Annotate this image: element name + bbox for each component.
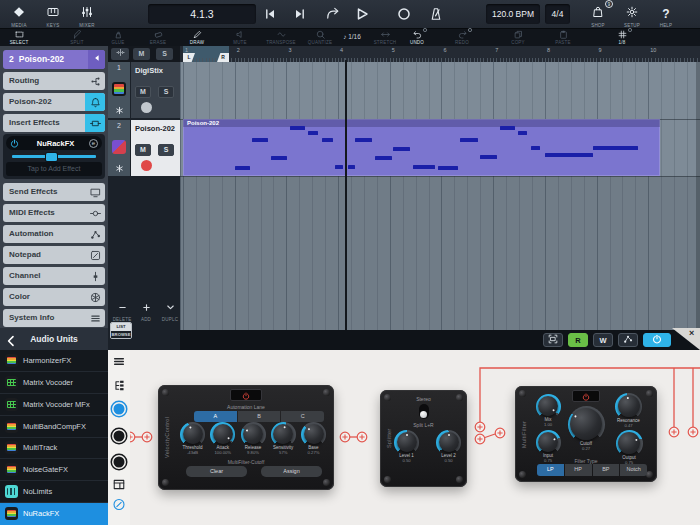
tool-transpose[interactable]: TRANSPOSE — [261, 30, 301, 45]
power-icon[interactable] — [242, 386, 250, 404]
time-signature-display[interactable]: 4/4 — [545, 4, 570, 24]
knob-release[interactable]: Release9.80% — [239, 424, 268, 456]
position-display[interactable]: 4.1.3 — [148, 4, 256, 24]
transport-cycle[interactable] — [324, 5, 342, 23]
track-add-button[interactable]: ADD — [135, 298, 157, 322]
audio-unit-matrix-vocoder[interactable]: Matrix Vocoder — [0, 372, 108, 394]
connection-port[interactable] — [142, 432, 152, 442]
bpm-display[interactable]: 120.0 BPM — [486, 4, 540, 24]
tool-copy[interactable]: COPY — [498, 30, 538, 45]
automation-tab-b[interactable]: B — [238, 411, 281, 422]
split-toggle[interactable] — [419, 404, 429, 419]
freeze-icon[interactable] — [108, 164, 130, 173]
knob[interactable] — [618, 395, 640, 417]
automation-tab-a[interactable]: A — [194, 411, 237, 422]
track-body[interactable]: DigiStix M S — [131, 62, 180, 118]
loop-left-locator[interactable]: L — [183, 53, 195, 62]
knob-threshold[interactable]: Threshold-43dB — [178, 424, 207, 456]
knob-level-1[interactable]: Level 10.50 — [392, 432, 421, 464]
topbar-button-setup[interactable]: SETUP — [615, 1, 649, 28]
track-duplc-button[interactable]: DUPLC — [159, 298, 181, 322]
transport-go-to-start[interactable] — [261, 5, 279, 23]
sidebar-item-color[interactable]: Color — [3, 288, 105, 306]
sidebar-item-poison-202[interactable]: Poison-202 — [3, 93, 105, 111]
audio-unit-noisegatefx[interactable]: NoiseGateFX — [0, 459, 108, 481]
tool-draw[interactable]: DRAW — [177, 30, 217, 45]
audio-unit-multitrack[interactable]: MultiTrack — [0, 438, 108, 460]
tool-select[interactable]: SELECT — [0, 30, 39, 45]
list-segment[interactable]: LIST — [111, 323, 131, 331]
audio-unit-nurackfx[interactable]: NuRackFX — [0, 503, 108, 525]
knob[interactable] — [243, 424, 263, 444]
automation-tab-c[interactable]: C — [281, 411, 324, 422]
knob[interactable] — [538, 396, 558, 416]
black-channel-dot[interactable] — [112, 429, 126, 443]
velocitycontrol-module[interactable]: VelocityControl Automation Lane ABC Thre… — [158, 385, 334, 490]
filter-type-bp[interactable]: BP — [593, 464, 620, 476]
track-lanes[interactable]: Poison-202 — [180, 62, 700, 330]
audio-unit-nolimits[interactable]: NoLimits — [0, 481, 108, 503]
tool-erase[interactable]: ERASE — [138, 30, 178, 45]
edit-effect-icon[interactable]: e — [89, 139, 98, 148]
audio-unit-multibandcompfx[interactable]: MultiBandCompFX — [0, 416, 108, 438]
knob-resonance[interactable]: Resonance0.47 — [610, 395, 647, 429]
automation-view-button[interactable] — [618, 333, 638, 347]
sidebar-item-automation[interactable]: Automation — [3, 225, 105, 243]
track-mute-button[interactable]: M — [135, 144, 151, 156]
transport-go-to-end[interactable] — [291, 5, 309, 23]
edit-pencil-icon[interactable] — [113, 498, 126, 511]
arrange-scrollbar[interactable] — [696, 62, 700, 330]
knob-mix[interactable]: Mix1.00 — [531, 396, 565, 428]
knob-sensitivity[interactable]: Sensitivity57% — [269, 424, 298, 456]
write-automation-button[interactable]: W — [593, 333, 613, 347]
track-row-digistix[interactable]: 1 DigiStix M S — [108, 62, 180, 118]
topbar-button-media[interactable]: MEDIA — [2, 1, 36, 28]
blue-channel-dot[interactable] — [112, 402, 126, 416]
transport-metronome[interactable] — [427, 5, 445, 23]
clear-button[interactable]: Clear — [186, 466, 247, 477]
sidebar-item-routing[interactable]: Routing — [3, 72, 105, 90]
arrange-area[interactable]: L R 12345678910 Poison-202 — [180, 46, 700, 330]
browse-segment[interactable]: BROWSE — [111, 331, 131, 338]
knob[interactable] — [397, 432, 417, 452]
insert-effect-slot[interactable]: NuRackFX e — [6, 136, 102, 150]
fit-view-button[interactable] — [543, 333, 563, 347]
routing-tree-icon[interactable] — [113, 379, 126, 392]
inspector-track-header[interactable]: 2Poison-202 — [3, 50, 105, 69]
track-row-poison202[interactable]: 2 Poison-202 M S — [108, 120, 180, 176]
filter-type-hp[interactable]: HP — [565, 464, 592, 476]
audio-unit-harmonizerfx[interactable]: HarmonizerFX — [0, 350, 108, 372]
sidebar-item-insert-effects[interactable]: Insert Effects — [3, 114, 105, 132]
record-arm-button[interactable] — [141, 102, 152, 113]
topbar-button-help[interactable]: ?HELP — [649, 1, 683, 28]
track-solo-button[interactable]: S — [158, 86, 174, 98]
knob-input[interactable]: Input0.75 — [531, 432, 565, 464]
back-chevron-icon[interactable] — [5, 333, 17, 345]
knob[interactable] — [183, 424, 203, 444]
track-body[interactable]: Poison-202 M S — [131, 120, 180, 176]
multifilter-module[interactable]: MultiFilter Filter Type LPHPBPNotch Mix1… — [515, 386, 657, 482]
tool-paste[interactable]: PASTE — [543, 30, 583, 45]
topbar-button-shop[interactable]: SHOP9 — [581, 1, 615, 28]
connection-port[interactable] — [340, 432, 350, 442]
track-solo-button[interactable]: S — [158, 144, 174, 156]
timeline-ruler[interactable]: L R 12345678910 — [180, 46, 700, 62]
knob-cutoff[interactable]: Cutoff0.27 — [569, 408, 603, 452]
knob-attack[interactable]: Attack100.00% — [208, 424, 237, 456]
mute-all-button[interactable]: M — [133, 48, 150, 60]
playhead[interactable] — [345, 60, 347, 330]
knob[interactable] — [213, 424, 233, 444]
window-icon[interactable] — [113, 478, 126, 491]
tool-undo[interactable]: UNDO — [397, 30, 437, 45]
connection-port[interactable] — [130, 432, 135, 442]
splitter-module[interactable]: Splitter Stereo Split L+R Level 10.50Lev… — [380, 390, 467, 487]
solo-all-button[interactable]: S — [156, 48, 173, 60]
close-icon[interactable]: × — [689, 328, 697, 338]
list-browse-toggle[interactable]: LIST BROWSE — [110, 322, 132, 339]
filter-type-lp[interactable]: LP — [537, 464, 564, 476]
read-automation-button[interactable]: R — [568, 333, 588, 347]
sidebar-item-send-effects[interactable]: Send Effects — [3, 183, 105, 201]
power-button[interactable] — [643, 333, 671, 347]
tool-1/8[interactable]: 1/8 — [602, 30, 642, 45]
tool-redo[interactable]: REDO — [442, 30, 482, 45]
